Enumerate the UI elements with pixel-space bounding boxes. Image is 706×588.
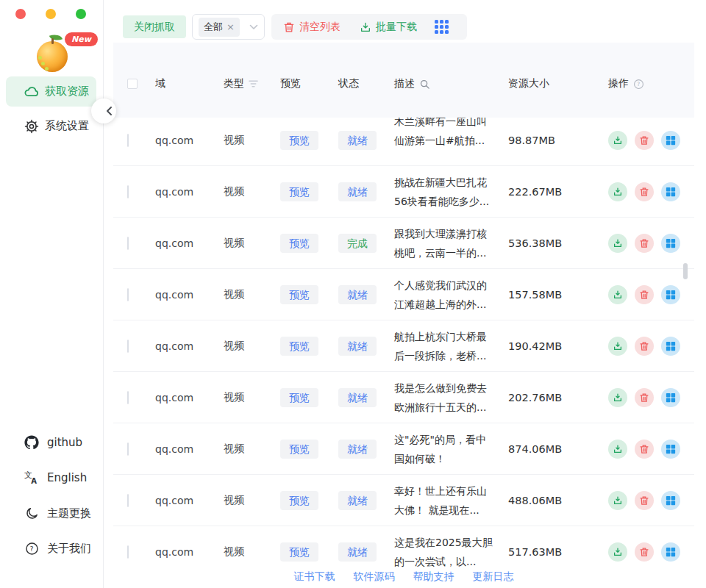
trash-icon bbox=[639, 187, 649, 197]
minimize-window-button[interactable] bbox=[46, 9, 56, 19]
sidebar-collapse-handle[interactable] bbox=[91, 98, 116, 123]
search-icon[interactable] bbox=[419, 79, 430, 90]
download-button[interactable] bbox=[608, 491, 627, 510]
download-icon bbox=[613, 392, 623, 403]
blocks-button[interactable] bbox=[661, 491, 680, 510]
remove-tag-icon[interactable]: × bbox=[227, 22, 235, 32]
download-button[interactable] bbox=[608, 182, 627, 201]
select-all-checkbox[interactable] bbox=[127, 79, 138, 89]
table-row: qq.com 视频 预览 就绪 挑战在新疆大巴扎花56块看看能吃多少... 22… bbox=[113, 166, 694, 218]
download-button[interactable] bbox=[608, 388, 627, 407]
blocks-button[interactable] bbox=[661, 388, 680, 407]
row-description: 我是怎么做到免费去欧洲旅行十五天的... bbox=[394, 379, 493, 417]
clear-list-label: 清空列表 bbox=[299, 21, 340, 34]
row-checkbox[interactable] bbox=[127, 391, 129, 404]
sidebar-item-language[interactable]: 文A English bbox=[0, 460, 103, 495]
trash-icon bbox=[639, 238, 649, 248]
moon-icon bbox=[24, 506, 39, 520]
column-header-description: 描述 bbox=[394, 77, 508, 90]
blocks-button[interactable] bbox=[661, 337, 680, 356]
row-checkbox[interactable] bbox=[127, 442, 129, 456]
delete-button[interactable] bbox=[635, 491, 654, 510]
delete-button[interactable] bbox=[635, 388, 654, 407]
download-button[interactable] bbox=[608, 337, 627, 356]
vertical-scrollbar-thumb[interactable] bbox=[683, 263, 688, 279]
blocks-button[interactable] bbox=[661, 542, 680, 562]
row-checkbox[interactable] bbox=[127, 340, 129, 353]
preview-button[interactable]: 预览 bbox=[280, 440, 318, 459]
download-button[interactable] bbox=[608, 131, 627, 150]
sidebar-item-theme[interactable]: 主题更换 bbox=[0, 495, 103, 531]
svg-text:?: ? bbox=[637, 81, 640, 87]
batch-download-button[interactable]: 批量下载 bbox=[360, 21, 417, 34]
preview-button[interactable]: 预览 bbox=[280, 182, 318, 201]
row-checkbox[interactable] bbox=[127, 545, 129, 559]
footer-link[interactable]: 帮助支持 bbox=[413, 570, 454, 584]
preview-button[interactable]: 预览 bbox=[280, 234, 318, 253]
table-row: qq.com 视频 预览 就绪 幸好！世上还有乐山大佛！ 就是现在... 488… bbox=[113, 475, 694, 526]
layout-grid-icon[interactable] bbox=[435, 20, 449, 35]
sidebar-item-get-resources[interactable]: 获取资源 bbox=[6, 76, 96, 107]
delete-button[interactable] bbox=[635, 542, 654, 562]
preview-button[interactable]: 预览 bbox=[280, 388, 318, 407]
fullscreen-window-button[interactable] bbox=[76, 9, 86, 19]
row-checkbox[interactable] bbox=[127, 494, 129, 507]
download-button[interactable] bbox=[608, 234, 627, 253]
delete-button[interactable] bbox=[635, 440, 654, 459]
sidebar-item-label: 获取资源 bbox=[45, 85, 89, 98]
download-button[interactable] bbox=[608, 440, 627, 459]
row-size: 190.42MB bbox=[508, 340, 608, 352]
status-badge: 就绪 bbox=[338, 337, 377, 356]
blocks-button[interactable] bbox=[661, 182, 680, 201]
row-type: 视频 bbox=[224, 442, 280, 456]
row-description: 这"必死"的局，看中国如何破！ bbox=[394, 430, 493, 468]
status-badge: 就绪 bbox=[338, 182, 377, 201]
logo-stem bbox=[51, 38, 54, 44]
delete-button[interactable] bbox=[635, 285, 654, 304]
footer-link[interactable]: 更新日志 bbox=[473, 570, 514, 584]
row-checkbox[interactable] bbox=[127, 237, 129, 250]
footer-link[interactable]: 软件源码 bbox=[354, 570, 395, 584]
question-icon[interactable]: ? bbox=[633, 79, 644, 90]
svg-text:A: A bbox=[31, 477, 37, 485]
delete-button[interactable] bbox=[635, 182, 654, 201]
download-button[interactable] bbox=[608, 285, 627, 304]
filter-icon[interactable] bbox=[249, 79, 258, 88]
sidebar-item-settings[interactable]: 系统设置 bbox=[6, 111, 96, 141]
trash-icon bbox=[639, 290, 649, 300]
type-filter-select[interactable]: 全部 × bbox=[192, 14, 265, 40]
sidebar-item-github[interactable]: github bbox=[0, 425, 103, 460]
row-checkbox[interactable] bbox=[127, 288, 129, 301]
download-icon bbox=[613, 290, 623, 300]
download-button[interactable] bbox=[608, 542, 627, 562]
clear-list-button[interactable]: 清空列表 bbox=[283, 21, 340, 34]
column-header-domain: 域 bbox=[155, 77, 224, 90]
row-size: 222.67MB bbox=[508, 186, 608, 198]
close-window-button[interactable] bbox=[15, 9, 26, 19]
row-checkbox[interactable] bbox=[127, 185, 129, 198]
preview-button[interactable]: 预览 bbox=[280, 542, 318, 562]
footer-link[interactable]: 证书下载 bbox=[294, 570, 335, 584]
stop-capture-button[interactable]: 关闭抓取 bbox=[123, 15, 186, 38]
blocks-button[interactable] bbox=[661, 234, 680, 253]
row-domain: qq.com bbox=[155, 495, 224, 506]
main-panel: 关闭抓取 全部 × 清空列表 批量下载 bbox=[104, 0, 706, 588]
row-domain: qq.com bbox=[155, 289, 224, 301]
table-header: 域 类型 预览 状态 描述 资源大小 操作 ? bbox=[113, 43, 694, 118]
blocks-button[interactable] bbox=[661, 285, 680, 304]
delete-button[interactable] bbox=[635, 131, 654, 150]
blocks-button[interactable] bbox=[661, 440, 680, 459]
delete-button[interactable] bbox=[635, 337, 654, 356]
sidebar-item-label: 系统设置 bbox=[45, 119, 89, 133]
blocks-button[interactable] bbox=[661, 131, 680, 150]
row-checkbox[interactable] bbox=[127, 134, 129, 147]
preview-button[interactable]: 预览 bbox=[280, 285, 318, 304]
delete-button[interactable] bbox=[635, 234, 654, 253]
sidebar-item-about[interactable]: ? 关于我们 bbox=[0, 531, 103, 566]
preview-button[interactable]: 预览 bbox=[280, 337, 318, 356]
preview-button[interactable]: 预览 bbox=[280, 491, 318, 510]
sidebar-item-label: English bbox=[47, 471, 87, 484]
preview-button[interactable]: 预览 bbox=[280, 131, 318, 150]
row-actions bbox=[608, 285, 685, 304]
status-badge: 就绪 bbox=[338, 491, 377, 510]
